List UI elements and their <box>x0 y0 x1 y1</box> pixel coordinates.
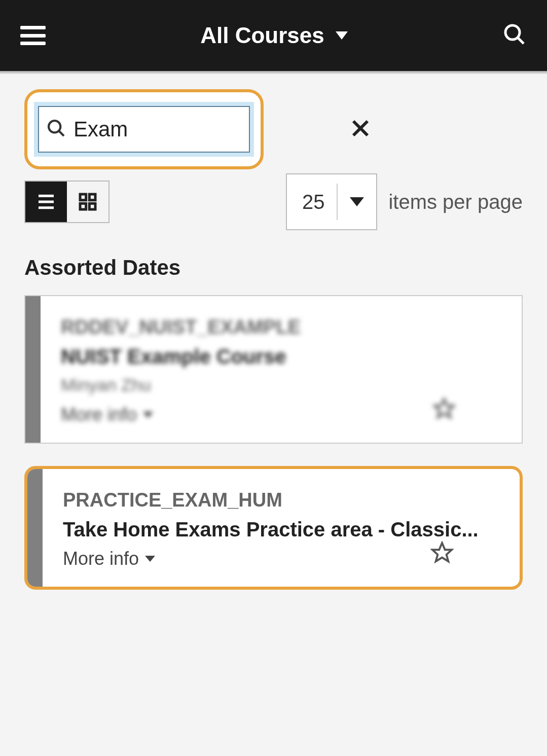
svg-point-0 <box>505 25 520 40</box>
svg-line-3 <box>59 131 64 136</box>
chevron-down-icon <box>145 556 155 562</box>
hamburger-menu-icon[interactable] <box>20 26 46 45</box>
svg-rect-9 <box>80 194 86 200</box>
list-view-button[interactable] <box>25 182 67 222</box>
clear-search-icon[interactable] <box>348 116 373 142</box>
chevron-down-icon <box>338 174 376 229</box>
page-title: All Courses <box>200 23 324 48</box>
search-input[interactable] <box>74 117 341 141</box>
svg-marker-13 <box>434 399 454 417</box>
course-title: Take Home Exams Practice area - Classic.… <box>63 518 499 541</box>
course-color-stripe <box>25 296 41 443</box>
course-filter-dropdown[interactable]: All Courses <box>200 23 348 48</box>
items-per-page: 25 items per page <box>286 173 523 230</box>
course-card[interactable]: PRACTICE_EXAM_HUM Take Home Exams Practi… <box>24 466 523 590</box>
more-info-label: More info <box>61 404 137 425</box>
chevron-down-icon <box>143 412 153 418</box>
svg-line-1 <box>518 38 524 44</box>
top-navbar: All Courses <box>0 0 547 71</box>
search-highlight-frame <box>24 89 264 169</box>
search-field[interactable] <box>38 105 250 153</box>
course-card[interactable]: RDDEV_NUIST_EXAMPLE NUIST Example Course… <box>24 295 523 444</box>
more-info-label: More info <box>63 548 139 569</box>
course-instructor: Minyan Zhu <box>61 375 501 395</box>
controls-row: 25 items per page <box>24 173 523 230</box>
svg-rect-11 <box>80 203 86 209</box>
search-icon[interactable] <box>502 22 527 49</box>
favorite-star-icon[interactable] <box>432 397 456 422</box>
svg-rect-10 <box>89 194 95 200</box>
course-title: NUIST Example Course <box>61 345 501 368</box>
section-title: Assorted Dates <box>24 256 523 280</box>
view-toggle <box>24 181 110 223</box>
favorite-star-icon[interactable] <box>430 541 454 566</box>
items-per-page-value: 25 <box>287 184 338 220</box>
course-code: PRACTICE_EXAM_HUM <box>63 489 499 511</box>
items-per-page-select[interactable]: 25 <box>286 173 378 230</box>
svg-rect-12 <box>89 203 95 209</box>
svg-marker-14 <box>432 543 452 561</box>
course-code: RDDEV_NUIST_EXAMPLE <box>61 316 501 338</box>
grid-view-button[interactable] <box>67 182 108 222</box>
svg-point-2 <box>49 121 60 132</box>
search-icon <box>46 118 66 140</box>
items-per-page-label: items per page <box>388 191 523 213</box>
chevron-down-icon <box>336 31 348 40</box>
course-color-stripe <box>27 469 43 587</box>
